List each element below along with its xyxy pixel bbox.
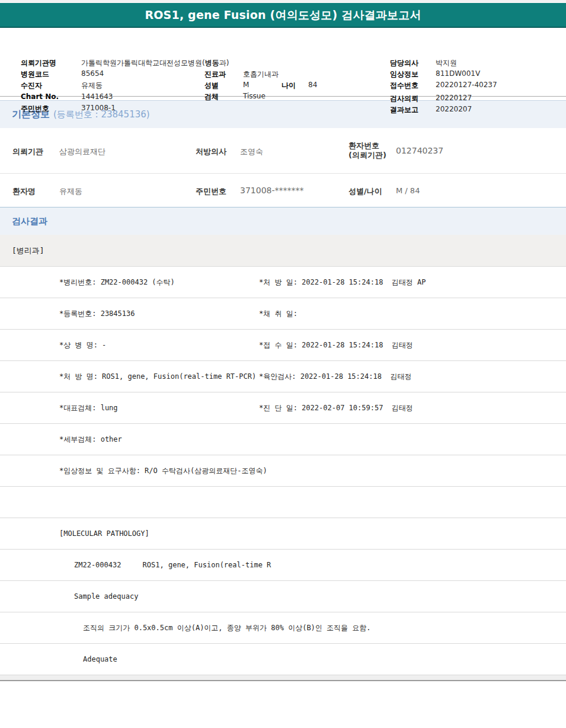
prescribing-doctor-label: 처방의사 xyxy=(196,146,226,157)
patient-no-label: 환자번호(의뢰기관) xyxy=(348,141,386,160)
receipt-no-value: 20220127-40237 xyxy=(436,81,497,89)
referring-org-value-pre: 가톨릭학원가톨릭대학교대전성모병원( xyxy=(81,59,205,67)
referring-agency-value: 삼광의료재단 xyxy=(59,146,105,157)
clinical-info-request: *임상정보 및 요구사항: R/O 수탁검사(삼광의료재단-조영숙) xyxy=(59,466,267,476)
referring-agency-label: 의뢰기관 xyxy=(12,146,43,157)
sample-adequacy-criteria: 조직의 크기가 0.5x0.5cm 이상(A)이고, 종양 부위가 80% 이상… xyxy=(83,623,371,633)
sample-adequacy-heading: Sample adequacy xyxy=(74,592,138,601)
patient-header: 의뢰기관명 가톨릭학원가톨릭대학교대전성모병원(병동과) 병원코드 85654 … xyxy=(0,28,566,97)
registration-no: *등록번호: 23845136 xyxy=(59,309,135,319)
detail-row: Adequate xyxy=(0,644,566,675)
detail-row: *대표검체: lung *진 단 일: 2022-02-07 10:59:57 … xyxy=(0,392,566,424)
bottom-divider xyxy=(0,675,566,681)
detail-row: *세부검체: other xyxy=(0,424,566,455)
attending-doctor-value: 박지원 xyxy=(436,58,457,68)
results-section-bar: 검사결과 xyxy=(0,207,566,235)
sex-label: 성별 xyxy=(204,81,219,91)
sex-age-value: M / 84 xyxy=(396,186,420,195)
age-label: 나이 xyxy=(282,81,296,91)
detail-row: *처 방 명: ROS1, gene, Fusion(real-time RT-… xyxy=(0,361,566,392)
detail-row: [MOLECULAR PATHOLOGY] xyxy=(0,518,566,550)
sub-specimen: *세부검체: other xyxy=(59,435,122,445)
resident-no-value: 371008-1 xyxy=(81,104,116,112)
referring-org-value-post: 과) xyxy=(219,59,229,67)
pathology-dept-row: [병리과] xyxy=(0,235,566,267)
detail-row: *임상정보 및 요구사항: R/O 수탁검사(삼광의료재단-조영숙) xyxy=(0,455,566,487)
referring-org-label: 의뢰기관명 xyxy=(21,58,56,68)
examinee-value: 유제동 xyxy=(81,81,103,91)
patient-no-value: 012740237 xyxy=(396,146,443,155)
resident-reg-no-value: 371008-******* xyxy=(240,186,304,195)
sex-age-label: 성별/나이 xyxy=(348,186,382,197)
patient-no-label-line2: (의뢰기관) xyxy=(348,151,386,159)
test-id-line: ZM22-000432 ROS1, gene, Fusion(real-time… xyxy=(74,561,271,569)
detail-row-empty xyxy=(0,487,566,518)
pathology-dept-label: [병리과] xyxy=(12,245,44,256)
resident-reg-no-label: 주민번호 xyxy=(196,186,226,197)
specimen-label: 검체 xyxy=(204,92,219,102)
detail-row: *병리번호: ZM22-000432 (수탁) *처 방 일: 2022-01-… xyxy=(0,267,566,298)
hospital-code-value: 85654 xyxy=(81,69,104,78)
specimen-value: Tissue xyxy=(243,92,266,100)
chart-no-label: Chart No. xyxy=(21,92,59,101)
test-request-date-value: 20220127 xyxy=(436,94,472,102)
representative-specimen: *대표검체: lung xyxy=(59,403,118,413)
attending-doctor-label: 담당의사 xyxy=(390,58,418,68)
report-title-banner: ROS1, gene Fusion (여의도성모) 검사결과보고서 xyxy=(0,3,566,28)
detail-row: *상 병 명: - *접 수 일: 2022-01-28 15:24:18 김태… xyxy=(0,330,566,361)
report-title: ROS1, gene Fusion (여의도성모) 검사결과보고서 xyxy=(145,8,421,21)
collection-date: *채 취 일: xyxy=(259,309,298,319)
diagnosis-date: *진 단 일: 2022-02-07 10:59:57 김태정 xyxy=(259,403,413,413)
referring-org-value: 가톨릭학원가톨릭대학교대전성모병원(병동과) xyxy=(81,58,229,68)
test-request-date-label: 검사의뢰 xyxy=(390,94,418,104)
sex-value: M xyxy=(243,81,249,89)
clinical-info-value: 811DW001V xyxy=(436,69,480,78)
patient-name-value: 유제동 xyxy=(59,186,82,197)
pathology-no: *병리번호: ZM22-000432 (수탁) xyxy=(59,277,175,288)
age-value: 84 xyxy=(308,81,317,89)
disease-name: *상 병 명: - xyxy=(59,340,106,350)
detail-row: ZM22-000432 ROS1, gene, Fusion(real-time… xyxy=(0,550,566,581)
hospital-code-label: 병원코드 xyxy=(21,69,49,79)
result-report-date-value: 20220207 xyxy=(436,105,472,113)
patient-name-label: 환자명 xyxy=(12,186,36,197)
basic-info-row-1: 의뢰기관 삼광의료재단 처방의사 조영숙 환자번호(의뢰기관) 01274023… xyxy=(0,128,566,174)
detail-row: 조직의 크기가 0.5x0.5cm 이상(A)이고, 종양 부위가 80% 이상… xyxy=(0,612,566,644)
referring-org-value-bold: 병동 xyxy=(205,59,219,67)
sample-adequacy-result: Adequate xyxy=(83,655,117,663)
patient-no-label-line1: 환자번호 xyxy=(348,141,379,150)
chart-no-value: 1441643 xyxy=(81,92,113,101)
result-report-date-label: 결과보고 xyxy=(390,105,418,115)
prescription-name: *처 방 명: ROS1, gene, Fusion(real-time RT-… xyxy=(59,372,256,382)
resident-no-label: 주민번호 xyxy=(21,104,49,114)
detail-row: *등록번호: 23845136 *채 취 일: xyxy=(0,298,566,330)
examinee-label: 수진자 xyxy=(21,81,42,91)
prescribing-doctor-value: 조영숙 xyxy=(240,146,263,157)
department-label: 진료과 xyxy=(204,69,226,79)
gross-exam-date: *육안검사: 2022-01-28 15:24:18 김태정 xyxy=(259,372,411,382)
results-section-title: 검사결과 xyxy=(12,216,47,227)
receipt-no-label: 접수번호 xyxy=(390,81,418,91)
basic-info-row-2: 환자명 유제동 주민번호 371008-******* 성별/나이 M / 84 xyxy=(0,174,566,207)
detail-row: Sample adequacy xyxy=(0,581,566,612)
receipt-date: *접 수 일: 2022-01-28 15:24:18 김태정 xyxy=(259,340,413,350)
prescription-date: *처 방 일: 2022-01-28 15:24:18 김태정 AP xyxy=(259,277,426,288)
molecular-pathology-heading: [MOLECULAR PATHOLOGY] xyxy=(59,529,149,538)
clinical-info-label: 임상정보 xyxy=(390,69,418,79)
department-value: 호흡기내과 xyxy=(243,69,279,79)
